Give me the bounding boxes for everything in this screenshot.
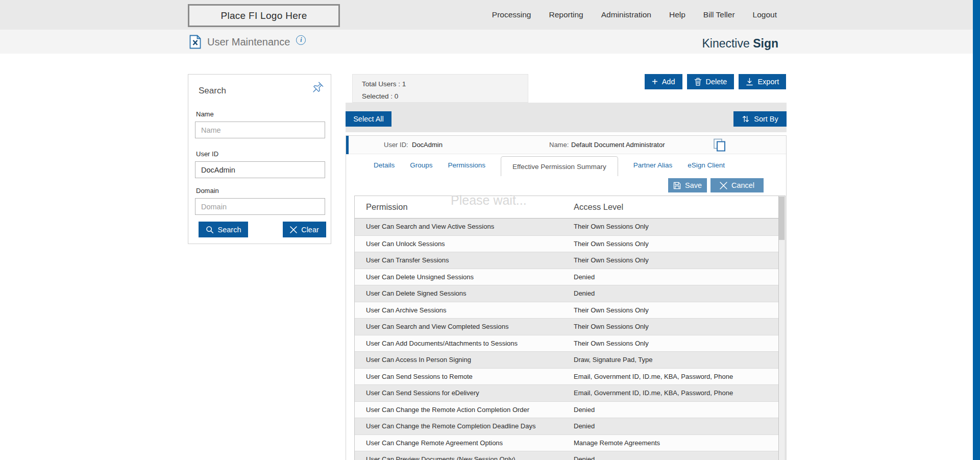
- tab-permissions[interactable]: Permissions: [448, 154, 486, 176]
- table-row: User Can Search and View Active Sessions…: [355, 219, 785, 235]
- permission-cell: User Can Add Documents/Attachments to Se…: [366, 335, 518, 352]
- table-row: User Can Delete Signed SessionsDenied: [355, 285, 785, 302]
- selected-user-row[interactable]: User ID: DocAdmin Name: Default Document…: [346, 136, 786, 154]
- table-scrollbar-thumb[interactable]: [779, 197, 785, 240]
- table-row: User Can Change Remote Agreement Options…: [355, 434, 785, 451]
- nav-item-reporting[interactable]: Reporting: [549, 10, 583, 19]
- access-level-cell: Their Own Sessions Only: [574, 236, 649, 253]
- access-level-cell: Their Own Sessions Only: [574, 335, 649, 352]
- permission-cell: User Can Change Remote Agreement Options: [366, 435, 503, 452]
- permission-cell: User Can Send Sessions for eDelivery: [366, 385, 479, 402]
- page-title: User Maintenance: [207, 36, 290, 48]
- top-bar: Place FI Logo Here ProcessingReportingAd…: [0, 0, 980, 30]
- top-nav: ProcessingReportingAdministrationHelpBil…: [492, 0, 777, 30]
- permission-cell: User Can Search and View Active Sessions: [366, 219, 494, 235]
- table-row: User Can Search and View Completed Sessi…: [355, 318, 785, 335]
- column-header-access-level: Access Level: [574, 202, 623, 212]
- add-button[interactable]: + Add: [645, 74, 682, 89]
- nav-item-processing[interactable]: Processing: [492, 10, 531, 19]
- table-row: User Can Transfer SessionsTheir Own Sess…: [355, 252, 785, 269]
- permission-cell: User Can Unlock Sessions: [366, 236, 445, 253]
- tab-effective-permission-summary[interactable]: Effective Permission Summary: [501, 156, 618, 176]
- table-scrollbar[interactable]: [778, 196, 785, 460]
- user-id-input[interactable]: [195, 161, 325, 178]
- save-icon: [673, 182, 681, 189]
- document-x-icon: [189, 35, 201, 49]
- user-detail-card: User ID: DocAdmin Name: Default Document…: [346, 135, 787, 460]
- permission-cell: User Can Change the Remote Completion De…: [366, 418, 535, 435]
- access-level-cell: Denied: [574, 418, 595, 435]
- name-input[interactable]: [195, 122, 325, 138]
- search-button[interactable]: Search: [199, 222, 248, 237]
- trash-icon: [694, 78, 702, 86]
- domain-input[interactable]: [195, 198, 325, 215]
- access-level-cell: Email, Government ID, ID.me, KBA, Passwo…: [574, 385, 733, 402]
- clear-icon: [290, 226, 297, 233]
- sub-header: User Maintenance i Kinective Sign: [0, 30, 980, 54]
- nav-item-logout[interactable]: Logout: [753, 10, 777, 19]
- clear-button[interactable]: Clear: [283, 222, 326, 237]
- name-label: Name: [196, 110, 214, 118]
- access-level-cell: Their Own Sessions Only: [574, 302, 649, 319]
- sort-by-button[interactable]: Sort By: [733, 111, 787, 127]
- selected-text: Selected : 0: [362, 90, 528, 103]
- fi-logo-placeholder: Place FI Logo Here: [188, 4, 340, 27]
- permission-cell: User Can Delete Signed Sessions: [366, 285, 467, 302]
- save-button[interactable]: Save: [668, 178, 707, 192]
- access-level-cell: Denied: [574, 285, 595, 302]
- name-value: Default Document Administrator: [571, 141, 665, 149]
- table-row: User Can Archive SessionsTheir Own Sessi…: [355, 302, 785, 319]
- action-buttons: + Add Delete Export: [645, 74, 786, 89]
- table-row: User Can Change the Remote Completion De…: [355, 418, 785, 434]
- table-row: User Can Change the Remote Action Comple…: [355, 401, 785, 418]
- access-level-cell: Email, Government ID, ID.me, KBA, Passwo…: [574, 369, 733, 385]
- total-users-text: Total Users : 1: [362, 78, 528, 90]
- table-row: User Can Add Documents/Attachments to Se…: [355, 335, 785, 352]
- permission-cell: User Can Archive Sessions: [366, 302, 447, 319]
- access-level-cell: Denied: [574, 402, 595, 419]
- search-icon: [206, 226, 214, 234]
- permission-cell: User Can Search and View Completed Sessi…: [366, 319, 508, 335]
- table-row: User Can Access In Person SigningDraw, S…: [355, 351, 785, 368]
- access-level-cell: Their Own Sessions Only: [574, 319, 649, 335]
- info-icon[interactable]: i: [296, 35, 306, 45]
- cancel-icon: [720, 182, 727, 189]
- permissions-table: Permission Access Level User Can Search …: [354, 196, 786, 460]
- nav-item-administration[interactable]: Administration: [601, 10, 651, 19]
- copy-icon[interactable]: [713, 138, 727, 152]
- access-level-cell: Their Own Sessions Only: [574, 219, 649, 235]
- tab-groups[interactable]: Groups: [410, 154, 432, 176]
- tab-details[interactable]: Details: [374, 154, 395, 176]
- nav-item-bill-teller[interactable]: Bill Teller: [703, 10, 735, 19]
- export-icon: [746, 78, 753, 86]
- tabs-row: DetailsGroupsPermissionsEffective Permis…: [346, 154, 786, 176]
- column-header-permission: Permission: [366, 202, 408, 212]
- table-row: User Can Delete Unsigned SessionsDenied: [355, 269, 785, 285]
- right-edge-bar: [973, 0, 980, 460]
- user-id-value: DocAdmin: [412, 141, 443, 149]
- access-level-cell: Manage Remote Agreements: [574, 435, 660, 452]
- tab-partner-alias[interactable]: Partner Alias: [633, 154, 673, 176]
- select-all-button[interactable]: Select All: [346, 111, 391, 127]
- pin-icon[interactable]: [311, 81, 325, 94]
- search-panel: Search Name User ID Domain Search Clear: [188, 74, 331, 244]
- plus-icon: +: [652, 77, 658, 87]
- user-maintenance-screen: Place FI Logo Here ProcessingReportingAd…: [0, 0, 980, 460]
- access-level-cell: Their Own Sessions Only: [574, 252, 649, 269]
- table-row: User Can Preview Documents (New Session …: [355, 451, 785, 460]
- permission-cell: User Can Change the Remote Action Comple…: [366, 402, 529, 419]
- access-level-cell: Denied: [574, 269, 595, 286]
- permission-cell: User Can Transfer Sessions: [366, 252, 449, 269]
- access-level-cell: Draw, Signature Pad, Type: [574, 352, 652, 369]
- nav-item-help[interactable]: Help: [669, 10, 685, 19]
- permissions-rows: User Can Search and View Active Sessions…: [355, 219, 785, 460]
- user-id-row-label: User ID:: [384, 141, 408, 149]
- permission-cell: User Can Send Sessions to Remote: [366, 369, 473, 385]
- tab-esign-client[interactable]: eSign Client: [688, 154, 725, 176]
- cancel-button[interactable]: Cancel: [710, 178, 764, 192]
- export-button[interactable]: Export: [739, 74, 786, 89]
- domain-label: Domain: [196, 187, 219, 195]
- permission-cell: User Can Access In Person Signing: [366, 352, 471, 369]
- delete-button[interactable]: Delete: [687, 74, 734, 89]
- brand-logo: Kinective Sign: [702, 37, 778, 51]
